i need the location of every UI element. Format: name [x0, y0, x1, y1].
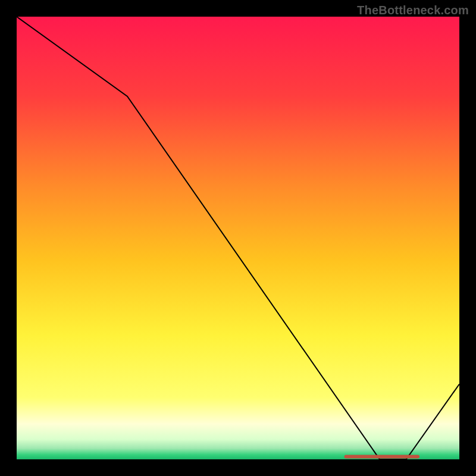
- chart-stage: TheBottleneck.com: [0, 0, 476, 476]
- chart-frame: [17, 17, 459, 459]
- watermark-text: TheBottleneck.com: [357, 4, 469, 17]
- bottleneck-chart: [17, 17, 459, 459]
- gradient-background: [17, 17, 459, 459]
- optimal-range-marker: [345, 455, 419, 459]
